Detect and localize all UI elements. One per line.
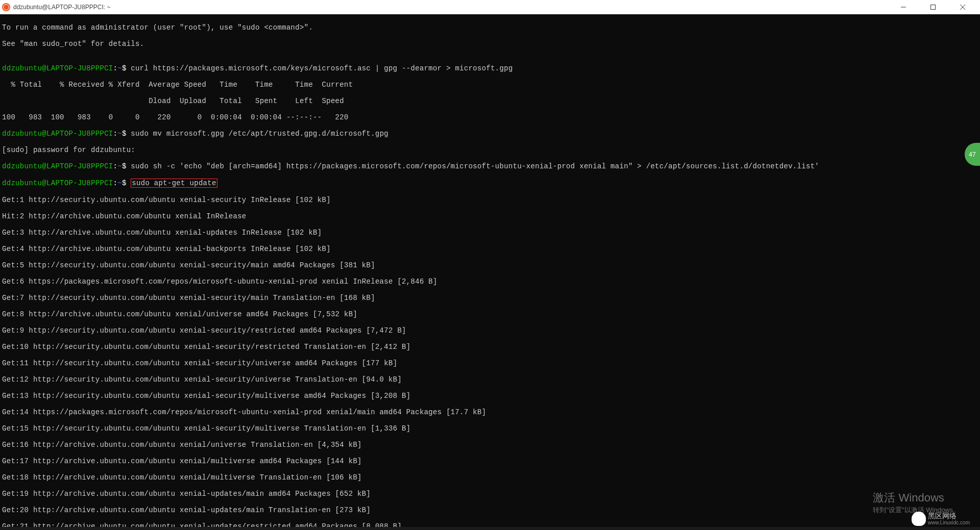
maximize-button[interactable] [923,0,943,14]
terminal-line: Get:12 http://security.ubuntu.com/ubuntu… [2,375,978,384]
logo-text: 黑区网络 [928,512,970,520]
terminal-line: Get:3 http://archive.ubuntu.com/ubuntu x… [2,229,978,237]
terminal-line: Dload Upload Total Spent Left Speed [2,97,978,105]
window-controls [893,0,978,14]
terminal-line: Get:5 http://security.ubuntu.com/ubuntu … [2,261,978,269]
penguin-icon [912,512,926,526]
watermark-title: 激活 Windows [873,490,960,506]
terminal-line: ddzubuntu@LAPTOP-JU8PPPCI:~$ sudo sh -c … [2,162,978,170]
terminal-viewport[interactable]: To run a command as administrator (user … [0,14,980,530]
terminal-line: [sudo] password for ddzubuntu: [2,146,978,154]
taskbar[interactable] [0,527,980,530]
minimize-button[interactable] [893,0,914,14]
badge-count: 47 [969,151,975,158]
terminal-line: Get:9 http://security.ubuntu.com/ubuntu … [2,326,978,335]
close-button[interactable] [952,0,973,14]
terminal-line: Get:14 https://packages.microsoft.com/re… [2,408,978,416]
terminal-line: Hit:2 http://archive.ubuntu.com/ubuntu x… [2,212,978,220]
terminal-line: Get:13 http://security.ubuntu.com/ubuntu… [2,392,978,400]
window-title: ddzubuntu@LAPTOP-JU8PPPCI: ~ [13,4,893,11]
terminal-line: See "man sudo_root" for details. [2,40,978,48]
site-watermark-logo: 黑区网络 www.Linuxidc.com [912,512,970,526]
terminal-line: Get:20 http://archive.ubuntu.com/ubuntu … [2,506,978,514]
terminal-line: Get:8 http://archive.ubuntu.com/ubuntu x… [2,310,978,318]
terminal-line: Get:16 http://archive.ubuntu.com/ubuntu … [2,441,978,449]
terminal-line: ddzubuntu@LAPTOP-JU8PPPCI:~$ curl https:… [2,64,978,72]
terminal-line: Get:6 https://packages.microsoft.com/rep… [2,277,978,286]
terminal-line: ddzubuntu@LAPTOP-JU8PPPCI:~$ sudo apt-ge… [2,179,978,188]
terminal-line: Get:19 http://archive.ubuntu.com/ubuntu … [2,490,978,498]
terminal-line: % Total % Received % Xferd Average Speed… [2,81,978,89]
terminal-line: Get:18 http://archive.ubuntu.com/ubuntu … [2,473,978,482]
terminal-line: Get:17 http://archive.ubuntu.com/ubuntu … [2,457,978,465]
terminal-line: Get:1 http://security.ubuntu.com/ubuntu … [2,196,978,204]
terminal-line: ddzubuntu@LAPTOP-JU8PPPCI:~$ sudo mv mic… [2,130,978,138]
titlebar: ddzubuntu@LAPTOP-JU8PPPCI: ~ [0,0,980,14]
terminal-line: Get:4 http://archive.ubuntu.com/ubuntu x… [2,245,978,253]
terminal-line: Get:15 http://security.ubuntu.com/ubuntu… [2,424,978,433]
svg-rect-1 [931,5,936,10]
ubuntu-icon [2,3,10,11]
terminal-line: 100 983 100 983 0 0 220 0 0:00:04 0:00:0… [2,113,978,121]
terminal-line: To run a command as administrator (user … [2,23,978,32]
highlighted-command: sudo apt-get update [131,179,217,188]
logo-url: www.Linuxidc.com [928,520,970,525]
terminal-line: Get:7 http://security.ubuntu.com/ubuntu … [2,294,978,302]
windows-activation-watermark: 激活 Windows 转到"设置"以激活 Windows。 [873,490,960,515]
terminal-line: Get:10 http://security.ubuntu.com/ubuntu… [2,343,978,351]
terminal-line: Get:11 http://security.ubuntu.com/ubuntu… [2,359,978,367]
